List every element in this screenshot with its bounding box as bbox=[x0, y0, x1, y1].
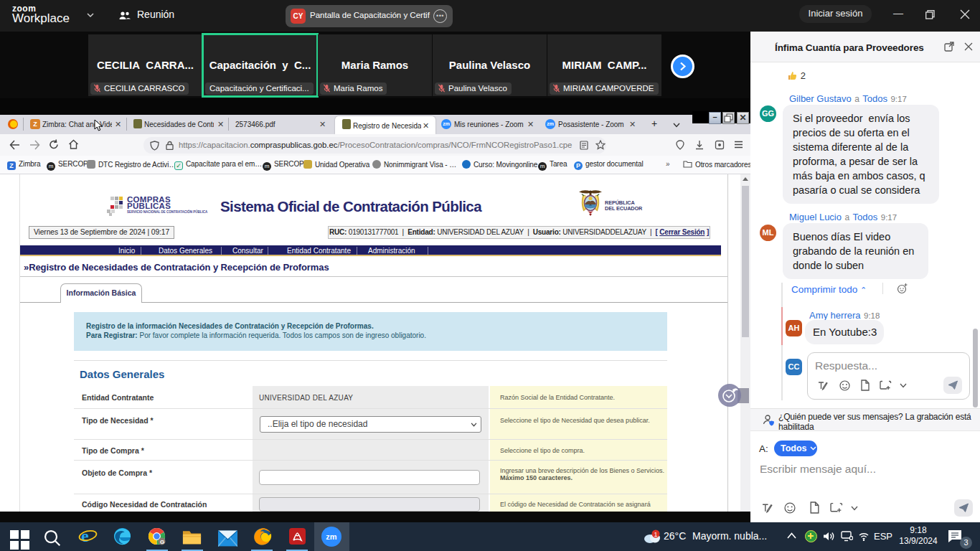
svg-text:G: G bbox=[160, 539, 164, 545]
svg-text:1: 1 bbox=[654, 531, 658, 538]
svg-text:e: e bbox=[81, 527, 89, 545]
